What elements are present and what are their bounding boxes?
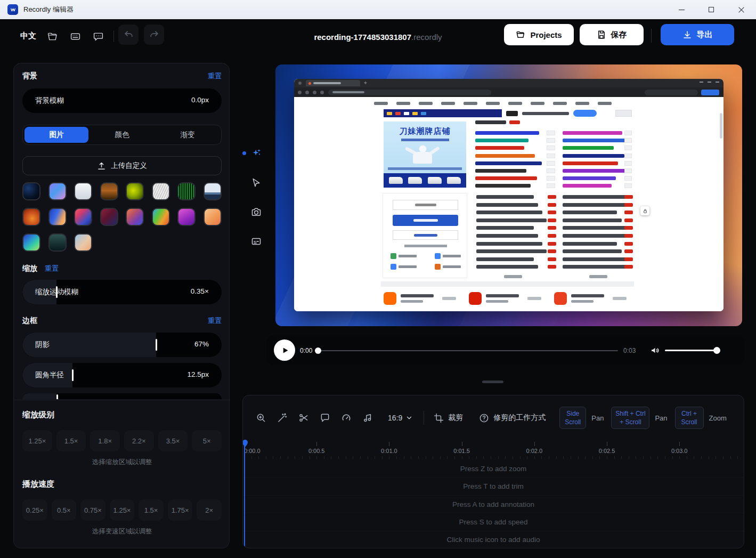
- preview-links-footer: [504, 275, 522, 278]
- timeline-zoom-in-button[interactable]: [250, 413, 272, 423]
- background-thumbnail[interactable]: [177, 182, 196, 200]
- background-thumbnail[interactable]: [74, 182, 92, 200]
- zoom-motion-blur-slider[interactable]: 缩放运动模糊 0.35×: [22, 280, 222, 304]
- minimize-button[interactable]: [666, 0, 696, 19]
- playback-speed-option[interactable]: 0.5×: [52, 499, 77, 521]
- camera-tool-button[interactable]: [249, 205, 264, 220]
- ruler-minor-tick: [716, 456, 716, 459]
- zoom-reset-link[interactable]: 重置: [45, 264, 59, 273]
- effects-tool-button[interactable]: [249, 146, 264, 161]
- ruler-minor-tick: [541, 456, 542, 459]
- preview-section-separator: [381, 281, 634, 287]
- trim-help-button[interactable]: 修剪的工作方式: [479, 413, 546, 423]
- zoom-level-option[interactable]: 1.8×: [90, 430, 120, 451]
- close-button[interactable]: [726, 0, 756, 19]
- background-thumbnail[interactable]: [74, 233, 92, 252]
- background-thumbnail[interactable]: [48, 208, 67, 226]
- background-tab-图片[interactable]: 图片: [25, 127, 88, 143]
- background-thumbnail[interactable]: [204, 208, 222, 226]
- save-button[interactable]: 保存: [580, 24, 644, 45]
- background-thumbnail[interactable]: [126, 208, 144, 226]
- volume-knob[interactable]: [713, 347, 720, 354]
- background-thumbnail[interactable]: [22, 208, 40, 226]
- seek-knob[interactable]: [315, 347, 321, 354]
- timeline-hint: Click music icon to add audio: [243, 531, 744, 548]
- volume-slider[interactable]: [665, 350, 719, 351]
- captions-tool-button[interactable]: [249, 234, 264, 249]
- crop-button[interactable]: 裁剪: [434, 413, 463, 423]
- play-button[interactable]: [274, 339, 295, 361]
- panel-resize-handle[interactable]: [482, 381, 503, 383]
- settings-sidebar: 背景 重置 背景模糊 0.0px 图片颜色渐变 上传自定义 缩放 重置 缩放运动…: [13, 63, 230, 548]
- ruler-minor-tick: [389, 456, 389, 459]
- projects-button[interactable]: Projects: [504, 24, 574, 45]
- preview-link-price: [624, 168, 632, 173]
- background-thumbnail[interactable]: [152, 208, 170, 226]
- preview-links-header: [475, 120, 506, 124]
- corner-radius-slider[interactable]: 圆角半径 12.5px: [22, 363, 222, 387]
- video-preview-canvas[interactable]: + 刀妹潮牌店铺: [275, 64, 742, 326]
- background-section-header: 背景 重置: [22, 71, 222, 81]
- crop-icon: [434, 413, 444, 423]
- zoom-level-option[interactable]: 3.5×: [158, 430, 188, 451]
- background-tab-渐变[interactable]: 渐变: [156, 127, 220, 143]
- playback-speed-option[interactable]: 1.5×: [139, 499, 164, 521]
- ruler-minor-tick: [353, 456, 353, 459]
- playback-speed-option[interactable]: 1.75×: [168, 499, 193, 521]
- background-thumbnail[interactable]: [48, 233, 67, 252]
- ruler-major-tick: [389, 442, 389, 446]
- background-thumbnail[interactable]: [152, 182, 170, 200]
- background-thumbnail[interactable]: [100, 182, 118, 200]
- ruler-minor-tick: [316, 456, 317, 459]
- upload-custom-button[interactable]: 上传自定义: [22, 156, 222, 175]
- timeline-panel: 16:9 裁剪 修剪的工作方式 Side ScrollPanShift + Ct…: [242, 395, 744, 548]
- background-thumbnail[interactable]: [100, 208, 118, 226]
- aspect-ratio-select[interactable]: 16:9: [388, 414, 413, 422]
- ruler-minor-tick: [585, 456, 586, 459]
- seek-bar[interactable]: [315, 350, 618, 351]
- background-thumbnail[interactable]: [204, 182, 222, 200]
- playback-speed-option[interactable]: 0.75×: [80, 499, 105, 521]
- preview-shoes-strip: [384, 173, 466, 188]
- timeline-annotation-button[interactable]: [314, 413, 336, 423]
- preview-link-price: [624, 183, 632, 188]
- preview-app-entry: [384, 289, 464, 308]
- partially-visible-slider[interactable]: [22, 393, 222, 399]
- export-button[interactable]: 导出: [661, 24, 734, 45]
- shadow-slider[interactable]: 阴影 67%: [22, 333, 222, 357]
- border-reset-link[interactable]: 重置: [208, 316, 222, 326]
- background-blur-slider[interactable]: 背景模糊 0.0px: [22, 88, 222, 113]
- background-thumbnail[interactable]: [177, 208, 196, 226]
- background-thumbnail[interactable]: [126, 182, 144, 200]
- volume-button[interactable]: [650, 345, 660, 355]
- background-thumbnail[interactable]: [22, 233, 40, 252]
- background-reset-link[interactable]: 重置: [208, 71, 222, 81]
- preview-item: [563, 265, 631, 269]
- preview-link-price: [624, 138, 632, 143]
- zoom-level-option[interactable]: 1.25×: [22, 430, 52, 451]
- timeline-speed-button[interactable]: [336, 413, 357, 423]
- playhead[interactable]: [243, 442, 249, 548]
- zoom-level-option[interactable]: 5×: [192, 430, 222, 451]
- playback-speed-option[interactable]: 1.25×: [110, 499, 135, 521]
- maximize-button[interactable]: [696, 0, 726, 19]
- background-thumbnail[interactable]: [48, 182, 67, 200]
- zoom-level-option[interactable]: 1.5×: [56, 430, 86, 451]
- playback-speed-option[interactable]: 0.25×: [22, 499, 47, 521]
- background-tab-颜色[interactable]: 颜色: [90, 127, 154, 143]
- playback-speed-option[interactable]: 2×: [197, 499, 222, 521]
- preview-item-price: [548, 234, 556, 238]
- background-thumbnail[interactable]: [22, 182, 40, 200]
- cursor-tool-button[interactable]: [249, 175, 264, 190]
- timeline-ruler[interactable]: 0:00.00:00.50:01.00:01.50:02.00:02.50:03…: [243, 442, 744, 460]
- background-thumbnail[interactable]: [74, 208, 92, 226]
- timeline-magic-button[interactable]: [272, 413, 293, 423]
- timeline-trim-button[interactable]: [293, 413, 314, 423]
- ruler-minor-tick: [483, 456, 484, 459]
- preview-link: [563, 161, 618, 165]
- timeline-toolbar: 16:9 裁剪 修剪的工作方式 Side ScrollPanShift + Ct…: [243, 395, 744, 440]
- preview-item: [563, 226, 627, 230]
- zoom-level-option[interactable]: 2.2×: [124, 430, 154, 451]
- ruler-minor-tick: [665, 456, 665, 459]
- timeline-music-button[interactable]: [357, 413, 378, 423]
